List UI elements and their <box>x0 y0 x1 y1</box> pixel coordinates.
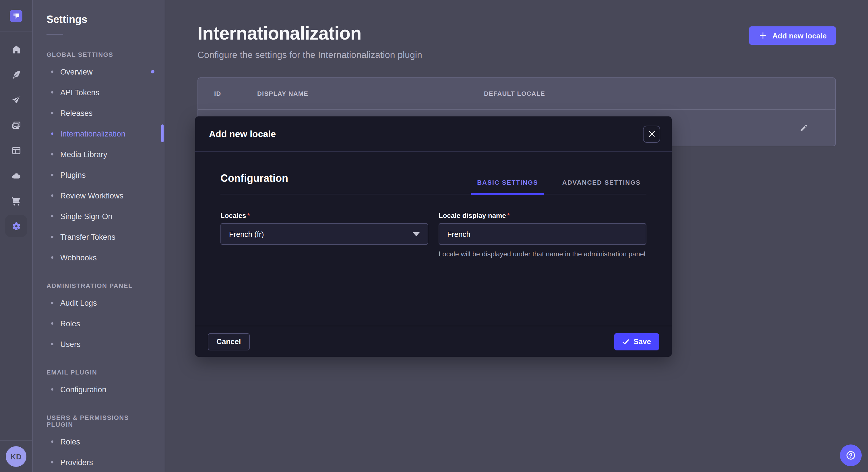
close-button[interactable] <box>643 125 660 142</box>
strapi-admin-screen: KD Settings GLOBAL SETTINGS Overview API… <box>0 0 868 472</box>
save-label: Save <box>633 337 651 346</box>
check-icon <box>622 338 629 345</box>
tab-basic-settings[interactable]: BASIC SETTINGS <box>471 179 544 195</box>
tab-advanced-settings[interactable]: ADVANCED SETTINGS <box>557 179 646 194</box>
display-name-hint: Locale will be displayed under that name… <box>439 249 646 260</box>
configuration-section-header: Configuration BASIC SETTINGS ADVANCED SE… <box>220 173 646 194</box>
required-asterisk: * <box>507 212 510 220</box>
save-button[interactable]: Save <box>614 333 659 350</box>
cancel-button[interactable]: Cancel <box>208 333 249 350</box>
form-fields: Locales* French (fr) Locale display name… <box>220 212 646 260</box>
modal-header: Add new locale <box>195 116 672 152</box>
add-locale-modal: Add new locale Configuration BASIC SETTI… <box>195 116 672 357</box>
required-asterisk: * <box>247 212 250 220</box>
locales-select[interactable]: French (fr) <box>220 223 428 245</box>
configuration-title: Configuration <box>220 173 288 194</box>
tabs: BASIC SETTINGS ADVANCED SETTINGS <box>471 179 646 194</box>
locales-select-value: French (fr) <box>229 230 264 238</box>
chevron-down-icon <box>413 232 420 236</box>
display-name-field-group: Locale display name* Locale will be disp… <box>439 212 646 260</box>
display-name-label: Locale display name* <box>439 212 646 220</box>
modal-footer: Cancel Save <box>195 326 672 357</box>
display-name-input[interactable] <box>439 223 646 245</box>
modal-body: Configuration BASIC SETTINGS ADVANCED SE… <box>195 152 672 326</box>
locales-field-group: Locales* French (fr) <box>220 212 428 260</box>
modal-title: Add new locale <box>209 129 276 139</box>
locales-label: Locales* <box>220 212 428 220</box>
close-icon <box>648 131 655 137</box>
